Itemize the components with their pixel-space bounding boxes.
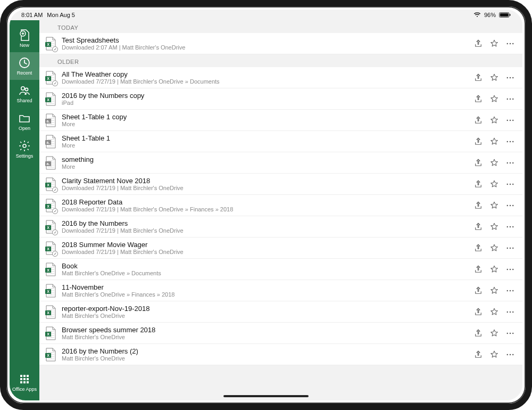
file-text: Sheet 1-Table 1More <box>62 134 473 149</box>
share-button[interactable] <box>473 350 483 359</box>
pin-button[interactable] <box>489 94 499 104</box>
more-button[interactable] <box>505 243 515 253</box>
more-button[interactable] <box>505 158 515 168</box>
pin-button[interactable] <box>489 286 499 296</box>
excel-file-icon: X <box>45 326 56 340</box>
sidebar-item-label: Settings <box>16 153 34 159</box>
svg-rect-12 <box>23 378 26 380</box>
more-button[interactable] <box>505 286 515 296</box>
sidebar-item-label: New <box>20 43 29 48</box>
file-row[interactable]: XAll The Weather copyDownloaded 7/27/19 … <box>39 67 522 88</box>
file-text: Test SpreadsheetsDownloaded 2:07 AM | Ma… <box>62 36 473 51</box>
file-row[interactable]: a.Sheet 1-Table 1More <box>39 131 522 152</box>
more-button[interactable] <box>505 350 515 359</box>
file-title: 2016 by the Numbers (2) <box>62 347 473 355</box>
file-row[interactable]: X2018 Reporter DataDownloaded 7/21/19 | … <box>39 195 522 216</box>
pin-button[interactable] <box>489 243 499 253</box>
sidebar-item-officeapps[interactable]: Office Apps <box>10 368 39 396</box>
pin-button[interactable] <box>489 179 499 189</box>
pin-button[interactable] <box>489 116 499 125</box>
more-button[interactable] <box>505 307 515 317</box>
more-button[interactable] <box>505 39 515 48</box>
file-list[interactable]: TODAY XTest SpreadsheetsDownloaded 2:07 … <box>39 20 522 400</box>
share-button[interactable] <box>473 286 483 296</box>
share-button[interactable] <box>473 243 483 253</box>
pin-button[interactable] <box>489 158 499 168</box>
share-button[interactable] <box>473 94 483 104</box>
file-row[interactable]: a.somethingMore <box>39 152 522 174</box>
file-row[interactable]: XBrowser speeds summer 2018Matt Birchler… <box>39 323 522 344</box>
sidebar-item-recent[interactable]: Recent <box>10 52 39 80</box>
file-title: 2018 Reporter Data <box>62 198 473 206</box>
sidebar-item-shared[interactable]: Shared <box>10 80 39 108</box>
sidebar-item-settings[interactable]: Settings <box>10 135 39 163</box>
home-indicator[interactable] <box>223 395 309 397</box>
sidebar-item-new[interactable]: New <box>10 24 39 52</box>
sync-badge-icon <box>52 187 58 193</box>
more-button[interactable] <box>505 73 515 83</box>
file-text: Browser speeds summer 2018Matt Birchler'… <box>62 326 473 340</box>
more-button[interactable] <box>505 265 515 274</box>
sidebar-item-label: Open <box>19 126 30 131</box>
file-subtitle: Matt Birchler's OneDrive <box>62 355 473 362</box>
file-row[interactable]: a.Sheet 1-Table 1 copyMore <box>39 110 522 131</box>
share-button[interactable] <box>473 73 483 83</box>
sync-badge-icon <box>52 208 58 214</box>
more-button[interactable] <box>505 179 515 189</box>
pin-button[interactable] <box>489 265 499 274</box>
file-text: 2018 Summer Movie WagerDownloaded 7/21/1… <box>62 241 473 255</box>
more-button[interactable] <box>505 94 515 104</box>
pin-button[interactable] <box>489 350 499 359</box>
file-row[interactable]: XBookMatt Birchler's OneDrive » Document… <box>39 259 522 280</box>
pin-button[interactable] <box>489 222 499 232</box>
share-button[interactable] <box>473 201 483 210</box>
file-row[interactable]: X2016 by the Numbers copyiPad <box>39 88 522 110</box>
file-row[interactable]: X2018 Summer Movie WagerDownloaded 7/21/… <box>39 237 522 259</box>
file-text: somethingMore <box>62 155 473 170</box>
more-button[interactable] <box>505 201 515 210</box>
excel-file-icon: X <box>45 37 56 51</box>
more-button[interactable] <box>505 137 515 146</box>
share-button[interactable] <box>473 158 483 168</box>
pin-button[interactable] <box>489 329 499 338</box>
share-button[interactable] <box>473 39 483 48</box>
share-button[interactable] <box>473 179 483 189</box>
pin-button[interactable] <box>489 39 499 48</box>
pin-button[interactable] <box>489 73 499 83</box>
file-subtitle: More <box>62 121 473 127</box>
file-row[interactable]: X2016 by the NumbersDownloaded 7/21/19 |… <box>39 216 522 237</box>
file-actions <box>473 94 515 104</box>
more-button[interactable] <box>505 329 515 338</box>
share-button[interactable] <box>473 265 483 274</box>
share-button[interactable] <box>473 222 483 232</box>
share-button[interactable] <box>473 116 483 125</box>
pin-button[interactable] <box>489 201 499 210</box>
file-text: Clarity Statement Nove 2018Downloaded 7/… <box>62 177 473 191</box>
file-text: Sheet 1-Table 1 copyMore <box>62 113 473 127</box>
file-text: All The Weather copyDownloaded 7/27/19 |… <box>62 70 473 85</box>
file-row[interactable]: XClarity Statement Nove 2018Downloaded 7… <box>39 174 522 195</box>
file-actions <box>473 201 515 210</box>
excel-file-icon: X <box>45 199 56 212</box>
excel-file-icon: X <box>45 177 56 191</box>
file-row[interactable]: XTest SpreadsheetsDownloaded 2:07 AM | M… <box>39 33 522 54</box>
sidebar-item-open[interactable]: Open <box>10 108 39 135</box>
section-header-today: TODAY <box>39 20 522 33</box>
file-title: 11-November <box>62 283 473 291</box>
share-button[interactable] <box>473 137 483 146</box>
svg-rect-14 <box>20 381 22 383</box>
file-row[interactable]: X11-NovemberMatt Birchler's OneDrive » F… <box>39 280 522 301</box>
file-row[interactable]: X2016 by the Numbers (2)Matt Birchler's … <box>39 344 522 365</box>
more-button[interactable] <box>505 116 515 125</box>
file-text: reporter-export-Nov-19-2018Matt Birchler… <box>62 305 473 319</box>
more-button[interactable] <box>505 222 515 232</box>
svg-text:X: X <box>47 77 49 80</box>
pin-button[interactable] <box>489 137 499 146</box>
file-row[interactable]: Xreporter-export-Nov-19-2018Matt Birchle… <box>39 301 522 323</box>
svg-text:X: X <box>47 226 49 229</box>
svg-point-5 <box>21 87 24 90</box>
share-button[interactable] <box>473 329 483 338</box>
pin-button[interactable] <box>489 307 499 317</box>
file-title: Clarity Statement Nove 2018 <box>62 177 473 185</box>
share-button[interactable] <box>473 307 483 317</box>
